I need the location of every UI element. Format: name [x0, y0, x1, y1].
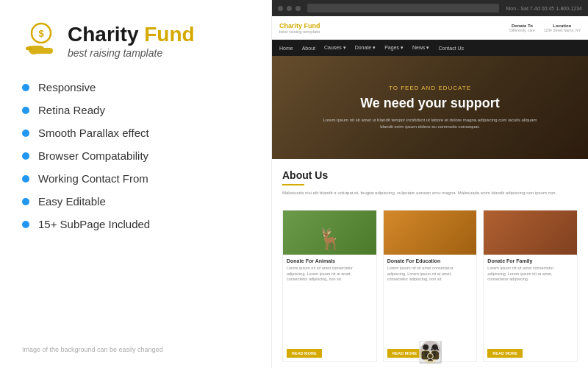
feature-label: Smooth Parallax effect	[38, 127, 149, 139]
logo-title: Charity Fund	[68, 24, 195, 46]
browser-dot-2	[287, 6, 292, 11]
card-image-education: 👦	[384, 210, 477, 255]
feature-item: 15+ SubPage Included	[22, 218, 257, 230]
hero-tagline: To feed and educate	[389, 85, 471, 91]
card-title: Donate For Family	[487, 258, 573, 263]
feature-item: Working Contact From	[22, 172, 257, 185]
card-body: Donate For FamilyLorem ipsum nit sit ame…	[484, 255, 577, 361]
bullet-icon	[22, 130, 29, 137]
bullet-icon	[22, 152, 29, 160]
feature-item: Smooth Parallax effect	[22, 127, 257, 139]
site-logo-sub: best raising template	[279, 29, 320, 34]
header-location-group: Location 1234 Street Name, NY	[544, 24, 581, 32]
bullet-icon	[22, 107, 29, 114]
card-title: Donate For Education	[387, 258, 473, 263]
browser-url-bar	[307, 4, 499, 13]
card: 👨‍👩‍👦Donate For FamilyLorem ipsum nit si…	[483, 210, 578, 362]
features-list: ResponsiveRetina ReadySmooth Parallax ef…	[22, 81, 257, 241]
feature-label: Working Contact From	[38, 172, 148, 185]
feature-label: Responsive	[38, 81, 96, 93]
nav-item[interactable]: Pages ▾	[384, 45, 404, 51]
card-image-family: 👨‍👩‍👦	[484, 210, 577, 255]
site-logo-group: Charity Fund best raising template	[279, 22, 320, 34]
nav-item[interactable]: About	[302, 46, 315, 51]
right-panel: Mon - Sat 7-4d 00:45 1-800-1234 Charity …	[272, 0, 588, 368]
card-description: Lorem ipsum nit sit amet consectetur adi…	[387, 266, 473, 345]
card-description: Lorem ipsum nit sit amet consectetur adi…	[487, 266, 573, 345]
card: 🦌Donate For AnimalsLorem ipsum nit sit a…	[282, 210, 377, 362]
feature-item: Retina Ready	[22, 104, 257, 116]
feature-label: 15+ SubPage Included	[38, 218, 150, 230]
about-underline	[282, 184, 304, 185]
bullet-icon	[22, 198, 29, 205]
charity-logo-icon: $	[22, 22, 60, 60]
bullet-icon	[22, 84, 29, 91]
card-title: Donate For Animals	[287, 258, 373, 263]
about-section: About Us Malesuada nisi elit blandit a v…	[272, 159, 588, 204]
browser-bar: Mon - Sat 7-4d 00:45 1-800-1234	[272, 0, 588, 16]
card-image-animals: 🦌	[283, 210, 376, 255]
about-description: Malesuada nisi elit blandit a volutpat e…	[282, 190, 578, 197]
card-description: Lorem ipsum nit sit amet consectetur adi…	[287, 266, 373, 345]
nav-item[interactable]: Donate ▾	[355, 45, 376, 51]
site-header: Charity Fund best raising template Donat…	[272, 16, 588, 40]
browser-dot-3	[295, 6, 301, 11]
hero-section: To feed and educate We need your support…	[272, 56, 588, 159]
feature-label: Browser Compatability	[38, 149, 148, 162]
feature-item: Responsive	[22, 81, 257, 93]
header-icons: Donate To Differently, care Location 123…	[509, 24, 581, 32]
browser-dot-1	[278, 6, 283, 11]
header-donate-group: Donate To Differently, care	[509, 24, 535, 32]
bottom-note: Image of the background can be easily ch…	[22, 346, 257, 353]
site-logo: Charity Fund	[279, 22, 320, 29]
cards-row: 🦌Donate For AnimalsLorem ipsum nit sit a…	[272, 204, 588, 368]
browser-phone-info: Mon - Sat 7-4d 00:45 1-800-1234	[506, 6, 582, 11]
logo-area: $ Charity Fund best raising tamplate	[22, 22, 257, 60]
about-title: About Us	[282, 169, 578, 181]
nav-item[interactable]: Home	[279, 46, 293, 51]
feature-item: Easy Editable	[22, 195, 257, 208]
header-location-sub: 1234 Street Name, NY	[544, 28, 581, 32]
card-read-more-button[interactable]: READ MORE	[287, 349, 322, 358]
svg-text:$: $	[38, 28, 44, 39]
feature-item: Browser Compatability	[22, 149, 257, 162]
logo-text: Charity Fund best raising tamplate	[68, 24, 195, 60]
site-nav: HomeAboutCauses ▾Donate ▾Pages ▾News ▾Co…	[272, 40, 588, 56]
card-body: Donate For AnimalsLorem ipsum nit sit am…	[283, 255, 376, 361]
feature-label: Retina Ready	[38, 104, 105, 116]
logo-subtitle: best raising tamplate	[68, 47, 195, 59]
bullet-icon	[22, 221, 29, 228]
card: 👦Donate For EducationLorem ipsum nit sit…	[383, 210, 478, 362]
hero-title: We need your support	[360, 96, 500, 112]
header-donate-sub: Differently, care	[509, 28, 535, 32]
deer-icon: 🦌	[317, 227, 343, 251]
browser-mockup: Mon - Sat 7-4d 00:45 1-800-1234 Charity …	[272, 0, 588, 368]
card-read-more-button[interactable]: READ MORE	[487, 349, 523, 358]
nav-item[interactable]: Contact Us	[438, 46, 464, 51]
feature-label: Easy Editable	[38, 195, 106, 208]
hero-description: Lorem ipsum nit sit amet ut blandit temp…	[320, 117, 540, 130]
left-panel: $ Charity Fund best raising tamplate Res…	[0, 0, 272, 368]
nav-item[interactable]: News ▾	[412, 45, 429, 51]
nav-item[interactable]: Causes ▾	[324, 45, 346, 51]
bullet-icon	[22, 175, 29, 183]
